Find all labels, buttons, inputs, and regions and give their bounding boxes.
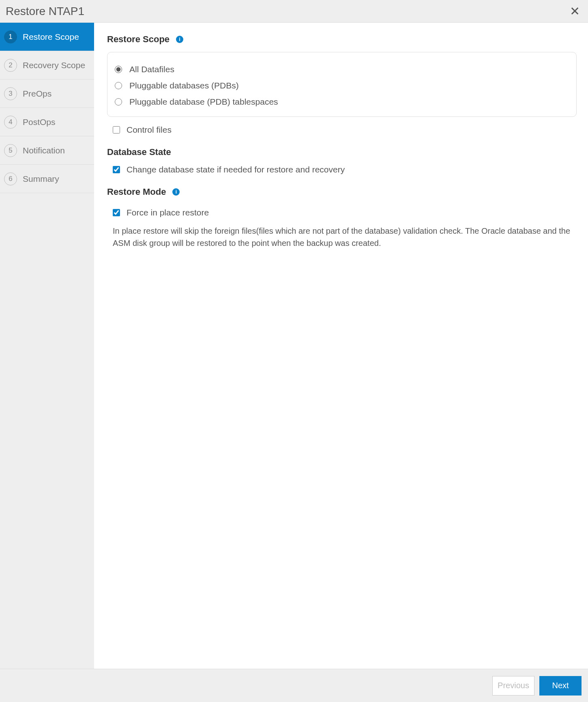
dialog-footer: Previous Next: [0, 669, 588, 702]
info-icon[interactable]: i: [176, 36, 183, 43]
step-number: 5: [4, 144, 17, 157]
checkbox-control-files[interactable]: [113, 126, 120, 134]
radio-pdb-tablespaces[interactable]: [115, 98, 122, 106]
step-number: 4: [4, 116, 17, 129]
radio-pdb-tablespaces-label: Pluggable database (PDB) tablespaces: [129, 97, 278, 107]
dialog-title: Restore NTAP1: [6, 5, 84, 18]
heading-text: Restore Mode: [107, 187, 166, 197]
dialog-body: 1 Restore Scope 2 Recovery Scope 3 PreOp…: [0, 23, 588, 669]
previous-button[interactable]: Previous: [492, 676, 534, 696]
sidebar-step-preops[interactable]: 3 PreOps: [0, 80, 94, 108]
sidebar-step-summary[interactable]: 6 Summary: [0, 165, 94, 193]
checkbox-force-in-place-label: Force in place restore: [127, 208, 209, 217]
checkbox-control-files-label: Control files: [127, 125, 172, 135]
checkbox-change-state-label: Change database state if needed for rest…: [127, 165, 345, 174]
radio-pdb-tablespaces-row: Pluggable database (PDB) tablespaces: [115, 97, 569, 107]
sidebar-step-restore-scope[interactable]: 1 Restore Scope: [0, 23, 94, 51]
heading-text: Restore Scope: [107, 34, 170, 45]
radio-pdbs-label: Pluggable databases (PDBs): [129, 81, 239, 90]
checkbox-change-state[interactable]: [113, 166, 120, 173]
radio-pdbs[interactable]: [115, 82, 122, 89]
step-label: PreOps: [23, 89, 52, 99]
titlebar: Restore NTAP1 ✕: [0, 0, 588, 23]
restore-mode-heading: Restore Mode i: [107, 187, 577, 197]
database-state-heading: Database State: [107, 147, 577, 157]
sidebar-step-postops[interactable]: 4 PostOps: [0, 108, 94, 136]
checkbox-force-in-place[interactable]: [113, 209, 120, 216]
change-state-row: Change database state if needed for rest…: [113, 165, 577, 174]
step-label: Recovery Scope: [23, 60, 85, 70]
step-label: PostOps: [23, 117, 56, 127]
next-button[interactable]: Next: [539, 676, 582, 696]
step-number: 6: [4, 172, 17, 185]
step-label: Summary: [23, 174, 59, 184]
step-number: 1: [4, 30, 17, 43]
sidebar-step-recovery-scope[interactable]: 2 Recovery Scope: [0, 51, 94, 80]
force-in-place-row: Force in place restore: [113, 208, 577, 217]
restore-scope-heading: Restore Scope i: [107, 34, 577, 45]
wizard-sidebar: 1 Restore Scope 2 Recovery Scope 3 PreOp…: [0, 23, 94, 669]
close-icon[interactable]: ✕: [568, 4, 582, 19]
step-label: Restore Scope: [23, 32, 79, 42]
info-icon[interactable]: i: [172, 188, 180, 196]
control-files-row: Control files: [113, 125, 577, 135]
heading-text: Database State: [107, 147, 171, 157]
step-label: Notification: [23, 146, 65, 155]
radio-pdbs-row: Pluggable databases (PDBs): [115, 81, 569, 90]
force-in-place-description: In place restore will skip the foreign f…: [107, 225, 577, 249]
radio-all-datafiles[interactable]: [115, 66, 122, 73]
step-number: 2: [4, 59, 17, 72]
restore-scope-options: All Datafiles Pluggable databases (PDBs)…: [107, 52, 577, 117]
content-pane: Restore Scope i All Datafiles Pluggable …: [94, 23, 588, 669]
radio-all-datafiles-row: All Datafiles: [115, 65, 569, 74]
radio-all-datafiles-label: All Datafiles: [129, 65, 174, 74]
restore-dialog: Restore NTAP1 ✕ 1 Restore Scope 2 Recove…: [0, 0, 588, 702]
step-number: 3: [4, 87, 17, 100]
sidebar-step-notification[interactable]: 5 Notification: [0, 136, 94, 165]
